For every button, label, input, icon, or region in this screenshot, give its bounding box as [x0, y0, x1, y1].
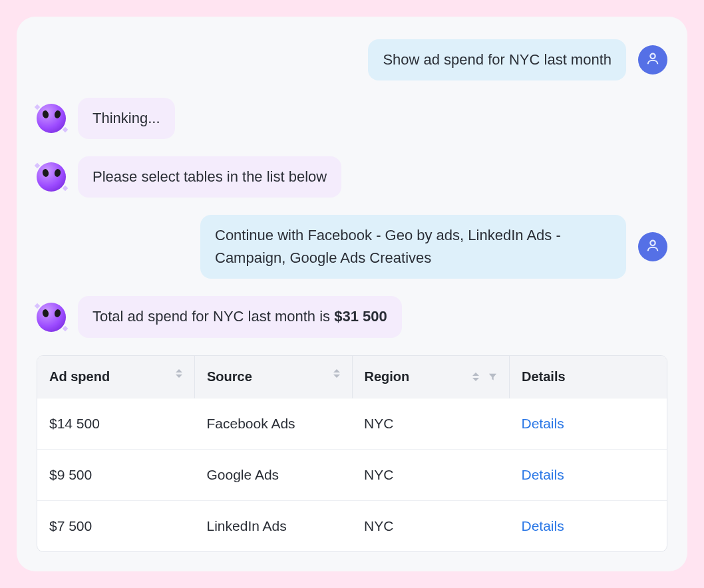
bot-message-prefix: Total ad spend for NYC last month is: [92, 308, 334, 325]
details-link[interactable]: Details: [510, 449, 667, 500]
bot-message: Thinking...: [78, 98, 175, 139]
user-message: Continue with Facebook - Geo by ads, Lin…: [200, 215, 626, 279]
chat-panel: Show ad spend for NYC last month Thinkin…: [17, 17, 687, 571]
bot-message: Please select tables in the list below: [78, 156, 341, 198]
alien-icon: [43, 309, 61, 317]
user-avatar: [638, 45, 667, 74]
cell-region: NYC: [352, 449, 510, 500]
cell-source: Google Ads: [195, 449, 353, 500]
col-header-region[interactable]: Region: [352, 356, 510, 398]
cell-ad-spend: $14 500: [37, 398, 195, 449]
table-row: $7 500 LinkedIn Ads NYC Details: [37, 500, 667, 551]
results-table: Ad spend Source Region: [37, 355, 667, 552]
svg-point-1: [650, 241, 655, 245]
cell-region: NYC: [352, 398, 510, 449]
chat-row-user: Continue with Facebook - Geo by ads, Lin…: [37, 215, 667, 279]
user-message: Show ad spend for NYC last month: [368, 39, 626, 80]
user-icon: [645, 51, 660, 69]
svg-point-0: [650, 54, 655, 59]
chat-row-bot: Please select tables in the list below: [37, 156, 667, 198]
bot-avatar: [37, 162, 66, 192]
user-avatar: [638, 232, 667, 261]
bot-message-emphasis: $31 500: [334, 308, 387, 325]
table-row: $9 500 Google Ads NYC Details: [37, 449, 667, 500]
details-link[interactable]: Details: [510, 500, 667, 551]
col-header-label: Region: [365, 369, 410, 384]
col-header-label: Source: [207, 369, 252, 384]
alien-icon: [43, 110, 61, 118]
col-header-ad-spend[interactable]: Ad spend: [37, 356, 195, 398]
chat-row-user: Show ad spend for NYC last month: [37, 39, 667, 80]
cell-region: NYC: [352, 500, 510, 551]
col-header-label: Details: [522, 369, 566, 384]
cell-source: LinkedIn Ads: [195, 500, 353, 551]
chat-row-bot: Total ad spend for NYC last month is $31…: [37, 296, 667, 337]
col-header-label: Ad spend: [49, 369, 110, 384]
col-header-details: Details: [510, 356, 667, 398]
filter-icon[interactable]: [488, 369, 497, 384]
col-header-source[interactable]: Source: [195, 356, 353, 398]
bot-avatar: [37, 104, 66, 133]
table-header-row: Ad spend Source Region: [37, 356, 667, 398]
details-link[interactable]: Details: [510, 398, 667, 449]
cell-ad-spend: $9 500: [37, 449, 195, 500]
user-icon: [645, 238, 660, 255]
table-row: $14 500 Facebook Ads NYC Details: [37, 398, 667, 449]
cell-ad-spend: $7 500: [37, 500, 195, 551]
alien-icon: [43, 169, 61, 177]
chat-row-bot: Thinking...: [37, 98, 667, 139]
sort-icon[interactable]: [472, 372, 479, 381]
cell-source: Facebook Ads: [195, 398, 353, 449]
sort-icon[interactable]: [176, 369, 182, 378]
sort-icon[interactable]: [333, 369, 340, 378]
bot-avatar: [37, 303, 66, 332]
bot-message: Total ad spend for NYC last month is $31…: [78, 296, 402, 337]
